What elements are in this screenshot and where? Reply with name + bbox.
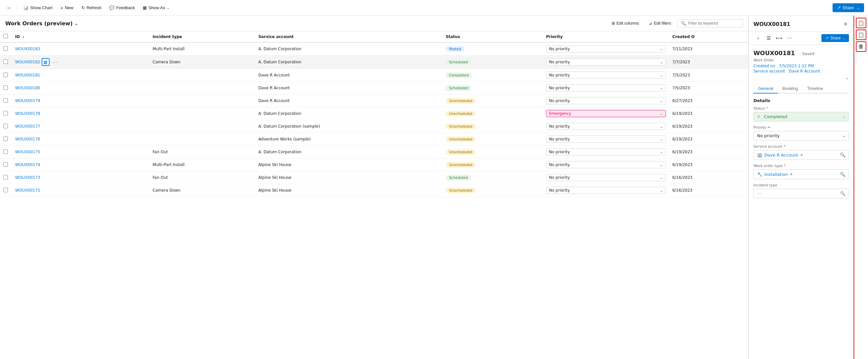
back-button[interactable]: ← bbox=[4, 3, 14, 12]
id-link[interactable]: WOUX00177 bbox=[15, 124, 40, 129]
row-checkbox[interactable] bbox=[3, 85, 8, 90]
row-status: Scheduled bbox=[442, 171, 543, 184]
id-link[interactable]: WOUX00172 bbox=[15, 188, 40, 192]
row-checkbox[interactable] bbox=[3, 188, 8, 192]
show-chart-button[interactable]: 📊 Show Chart bbox=[20, 4, 56, 12]
col-incident-type[interactable]: Incident type bbox=[149, 31, 255, 42]
panel-nav-back-button[interactable]: ‹ bbox=[753, 33, 763, 43]
show-as-icon: ▦ bbox=[143, 5, 147, 10]
priority-dropdown[interactable]: No priority ⌄ bbox=[546, 123, 666, 130]
row-checkbox[interactable] bbox=[3, 175, 8, 179]
col-id[interactable]: ID ↓ bbox=[12, 31, 149, 42]
table-row: WOUX00181 Dave R Account Completed No pr… bbox=[0, 69, 748, 82]
work-order-type-search-button[interactable]: 🔍 bbox=[840, 172, 845, 177]
row-checkbox[interactable] bbox=[3, 137, 8, 141]
table-row: WOUX00172 Camera Down Alpine Ski House U… bbox=[0, 184, 748, 197]
row-service-account: Dave R Account bbox=[255, 69, 442, 82]
table-header-row: ID ↓ Incident type Service account Statu… bbox=[0, 31, 748, 42]
row-priority: No priority ⌄ bbox=[543, 82, 669, 94]
id-link[interactable]: WOUX00179 bbox=[15, 98, 40, 103]
row-status: Scheduled bbox=[442, 82, 543, 94]
panel-expand-section-button[interactable]: ⌄ bbox=[845, 75, 849, 80]
priority-chevron-icon: ⌄ bbox=[660, 150, 662, 154]
row-checkbox[interactable] bbox=[3, 59, 8, 64]
row-checkbox[interactable] bbox=[3, 46, 8, 51]
far-right-icon-1[interactable]: 📋 bbox=[856, 18, 866, 28]
tab-general[interactable]: General bbox=[753, 84, 778, 93]
far-right-icon-3[interactable]: 🗑 bbox=[856, 41, 866, 52]
priority-chevron-icon: ⌄ bbox=[660, 125, 662, 128]
row-open-icon-btn[interactable]: ▦ bbox=[42, 58, 50, 66]
row-priority: Emergency ⌄ bbox=[543, 107, 669, 120]
col-service-account[interactable]: Service account bbox=[255, 31, 442, 42]
share-button[interactable]: ↗ Share ⌄ bbox=[833, 3, 864, 12]
filter-input[interactable] bbox=[688, 21, 739, 26]
panel-expand-button[interactable]: ⟷ bbox=[774, 33, 784, 43]
col-status[interactable]: Status bbox=[442, 31, 543, 42]
work-order-type-remove-button[interactable]: × bbox=[790, 172, 793, 177]
id-link[interactable]: WOUX00181 bbox=[15, 73, 40, 78]
priority-dropdown[interactable]: No priority ⌄ bbox=[546, 45, 666, 53]
panel-header: WOUX00181 ✕ bbox=[749, 16, 854, 31]
service-account-remove-button[interactable]: × bbox=[800, 152, 803, 157]
priority-dropdown[interactable]: No priority ⌄ bbox=[546, 174, 666, 181]
service-account-search-button[interactable]: 🔍 bbox=[840, 152, 845, 157]
refresh-button[interactable]: ↻ Refresh bbox=[78, 4, 105, 12]
id-link[interactable]: WOUX00174 bbox=[15, 162, 40, 167]
list-title[interactable]: Work Orders (preview) ⌄ bbox=[5, 20, 78, 27]
work-order-type-field: Work order type * 🔧 Installation × 🔍 bbox=[753, 164, 849, 179]
id-link[interactable]: WOUX00180 bbox=[15, 86, 40, 90]
far-right-icon-2[interactable]: 📋 bbox=[856, 30, 866, 40]
panel-share-icon: ↗ bbox=[825, 36, 829, 40]
row-checkbox[interactable] bbox=[3, 72, 8, 77]
panel-close-button[interactable]: ✕ bbox=[842, 20, 849, 29]
id-link[interactable]: WOUX00178 bbox=[15, 111, 40, 116]
row-checkbox[interactable] bbox=[3, 124, 8, 128]
priority-dropdown[interactable]: No priority ⌄ bbox=[546, 97, 666, 104]
panel-service-account-link[interactable]: Dave R Account bbox=[788, 69, 820, 73]
row-more-icon-btn[interactable]: ⋯ bbox=[52, 58, 59, 66]
col-priority[interactable]: Priority bbox=[543, 31, 669, 42]
service-account-name[interactable]: Dave R Account bbox=[764, 153, 798, 157]
row-checkbox[interactable] bbox=[3, 162, 8, 167]
id-link[interactable]: WOUX00175 bbox=[15, 150, 40, 154]
priority-chevron-icon: ⌄ bbox=[660, 47, 662, 51]
row-checkbox[interactable] bbox=[3, 149, 8, 154]
edit-columns-button[interactable]: ⊞ Edit columns bbox=[608, 19, 643, 28]
priority-dropdown[interactable]: No priority ⌄ bbox=[546, 187, 666, 194]
panel-form-icon: ☰ bbox=[767, 35, 771, 41]
priority-dropdown[interactable]: No priority ⌄ bbox=[546, 136, 666, 143]
priority-dropdown[interactable]: Emergency ⌄ bbox=[546, 110, 666, 117]
priority-dropdown[interactable]: No priority ⌄ bbox=[546, 148, 666, 155]
edit-filters-button[interactable]: ⊿ Edit filters bbox=[645, 19, 675, 28]
priority-chevron-icon: ⌄ bbox=[842, 133, 845, 138]
priority-dropdown[interactable]: No priority ⌄ bbox=[546, 161, 666, 168]
priority-label: No priority bbox=[549, 137, 570, 142]
work-order-type-name[interactable]: Installation bbox=[764, 172, 788, 177]
panel-tabs: General Booking Timeline bbox=[753, 84, 849, 93]
incident-type-input[interactable]: --- 🔍 bbox=[753, 189, 849, 198]
priority-dropdown[interactable]: No priority ⌄ bbox=[753, 131, 849, 141]
status-dropdown[interactable]: ✓ Completed ⌄ bbox=[753, 112, 849, 121]
panel-form-button[interactable]: ☰ bbox=[764, 33, 773, 43]
panel-more-button[interactable]: ⋯ bbox=[785, 33, 794, 43]
id-link[interactable]: WOUX00183 bbox=[15, 47, 40, 51]
priority-dropdown[interactable]: No priority ⌄ bbox=[546, 58, 666, 66]
priority-dropdown[interactable]: No priority ⌄ bbox=[546, 84, 666, 92]
priority-dropdown[interactable]: No priority ⌄ bbox=[546, 71, 666, 79]
select-all-checkbox[interactable] bbox=[3, 34, 8, 38]
col-created[interactable]: Created O bbox=[669, 31, 748, 42]
id-link[interactable]: WOUX00173 bbox=[15, 175, 40, 180]
show-as-button[interactable]: ▦ Show As ⌄ bbox=[140, 4, 173, 12]
panel-share-button[interactable]: ↗ Share ⌄ bbox=[822, 34, 849, 42]
new-button[interactable]: + New bbox=[57, 3, 77, 12]
id-link[interactable]: WOUX00182 bbox=[15, 60, 40, 64]
row-checkbox[interactable] bbox=[3, 98, 8, 103]
tab-timeline[interactable]: Timeline bbox=[802, 84, 828, 93]
row-created: 6/19/2023 bbox=[669, 133, 748, 146]
row-checkbox[interactable] bbox=[3, 111, 8, 116]
tab-booking[interactable]: Booking bbox=[778, 84, 802, 93]
id-link[interactable]: WOUX00176 bbox=[15, 137, 40, 142]
feedback-button[interactable]: 💬 Feedback bbox=[106, 4, 138, 12]
row-checkbox-cell bbox=[0, 56, 12, 69]
